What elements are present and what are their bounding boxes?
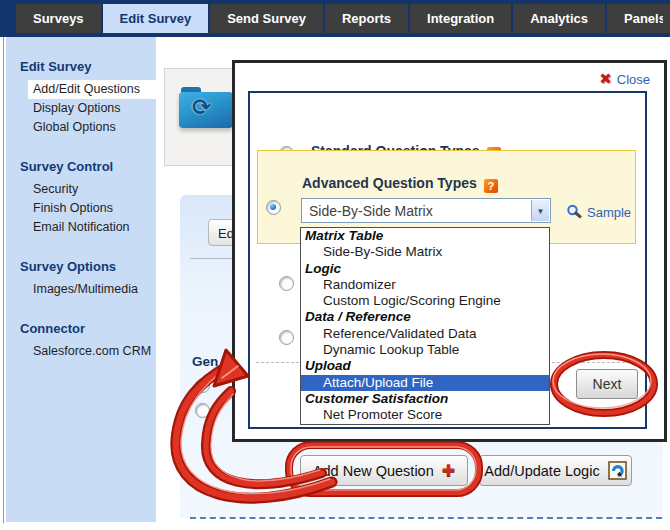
sidebar-item-security[interactable]: Security xyxy=(6,180,156,199)
sample-link[interactable]: Sample xyxy=(566,204,631,220)
tab-integration[interactable]: Integration xyxy=(410,4,511,33)
help-icon[interactable] xyxy=(484,179,498,193)
sidebar: Edit SurveyAdd/Edit QuestionsDisplay Opt… xyxy=(6,37,156,522)
dropdown-group-matrix-table: Matrix Table xyxy=(301,228,549,244)
tab-partial[interactable] xyxy=(663,4,670,33)
plus-icon: ✚ xyxy=(442,461,455,480)
sidebar-section-survey-control: Survey ControlSecurityFinish OptionsEmai… xyxy=(6,159,156,237)
tab-edit-survey[interactable]: Edit Survey xyxy=(103,4,209,33)
sidebar-section-title: Connector xyxy=(6,321,156,336)
dropdown-group-customer-satisfaction: Customer Satisfaction xyxy=(301,391,549,407)
general-radio-selected[interactable] xyxy=(195,378,210,393)
sample-label: Sample xyxy=(587,205,631,220)
sidebar-section-edit-survey: Edit SurveyAdd/Edit QuestionsDisplay Opt… xyxy=(6,59,156,137)
dropdown-item-custom-logic-scoring-engine[interactable]: Custom Logic/Scoring Engine xyxy=(301,293,549,309)
third-option-radio[interactable] xyxy=(279,276,294,291)
dropdown-item-side-by-side-matrix[interactable]: Side-By-Side Matrix xyxy=(301,244,549,260)
sidebar-item-global-options[interactable]: Global Options xyxy=(6,118,156,137)
sidebar-section-title: Edit Survey xyxy=(6,59,156,74)
dropdown-group-data-reference: Data / Reference xyxy=(301,309,549,325)
advanced-types-label: Advanced Question Types xyxy=(302,175,498,193)
library-option-radio[interactable] xyxy=(279,330,294,345)
select-value: Side-By-Side Matrix xyxy=(309,203,433,219)
sidebar-item-display-options[interactable]: Display Options xyxy=(6,99,156,118)
sidebar-item-images-multimedia[interactable]: Images/Multimedia xyxy=(6,280,156,299)
sidebar-section-survey-options: Survey OptionsImages/Multimedia xyxy=(6,259,156,299)
dropdown-item-net-promoter-score[interactable]: Net Promoter Score xyxy=(301,407,549,423)
question-type-select[interactable]: Side-By-Side Matrix xyxy=(301,198,551,223)
close-label: Close xyxy=(617,72,650,87)
sidebar-item-add-edit-questions[interactable]: Add/Edit Questions xyxy=(28,80,156,99)
add-update-logic-button[interactable]: Add/Update Logic xyxy=(479,455,632,486)
next-button[interactable]: Next xyxy=(576,369,638,399)
dropdown-item-attach-upload-file[interactable]: Attach/Upload File xyxy=(301,375,549,391)
dropdown-group-upload: Upload xyxy=(301,358,549,374)
dropdown-item-randomizer[interactable]: Randomizer xyxy=(301,277,549,293)
tab-analytics[interactable]: Analytics xyxy=(513,4,605,33)
folder-refresh-icon[interactable]: ⟳ xyxy=(179,87,233,129)
sidebar-sections: Edit SurveyAdd/Edit QuestionsDisplay Opt… xyxy=(6,59,156,361)
sidebar-item-salesforce-com-crm[interactable]: Salesforce.com CRM xyxy=(6,342,156,361)
general-radio-unselected[interactable] xyxy=(195,403,210,418)
magnifier-icon xyxy=(566,204,582,220)
nav-tabs: SurveysEdit SurveySend SurveyReportsInte… xyxy=(16,4,670,33)
add-update-logic-label: Add/Update Logic xyxy=(484,463,599,479)
dropdown-item-dynamic-lookup-table[interactable]: Dynamic Lookup Table xyxy=(301,342,549,358)
add-new-question-button[interactable]: Add New Question ✚ xyxy=(300,455,468,486)
window-left-edge xyxy=(3,37,4,523)
sidebar-item-email-notification[interactable]: Email Notification xyxy=(6,218,156,237)
refresh-glyph: ⟳ xyxy=(192,94,211,121)
sidebar-section-title: Survey Options xyxy=(6,259,156,274)
logic-book-icon xyxy=(608,461,627,480)
sidebar-section-connector: ConnectorSalesforce.com CRM xyxy=(6,321,156,361)
tab-reports[interactable]: Reports xyxy=(325,4,408,33)
sidebar-item-finish-options[interactable]: Finish Options xyxy=(6,199,156,218)
section-dashed-divider xyxy=(190,517,662,519)
close-button[interactable]: ✖ Close xyxy=(599,70,650,88)
dropdown-group-logic: Logic xyxy=(301,261,549,277)
top-navigation: SurveysEdit SurveySend SurveyReportsInte… xyxy=(0,0,670,37)
advanced-types-text: Advanced Question Types xyxy=(302,175,477,191)
select-dropdown-arrow-icon[interactable] xyxy=(531,200,549,221)
close-icon: ✖ xyxy=(599,70,612,88)
dropdown-item-reference-validated-data[interactable]: Reference/Validated Data xyxy=(301,326,549,342)
advanced-types-radio[interactable] xyxy=(266,200,281,215)
tab-send-survey[interactable]: Send Survey xyxy=(210,4,323,33)
sidebar-section-title: Survey Control xyxy=(6,159,156,174)
tab-surveys[interactable]: Surveys xyxy=(16,4,101,33)
dropdown-list: Matrix TableSide-By-Side MatrixLogicRand… xyxy=(300,227,550,425)
add-new-question-label: Add New Question xyxy=(313,463,434,479)
tab-panels[interactable]: Panels xyxy=(607,4,670,33)
general-section-heading: Gen xyxy=(192,354,218,369)
